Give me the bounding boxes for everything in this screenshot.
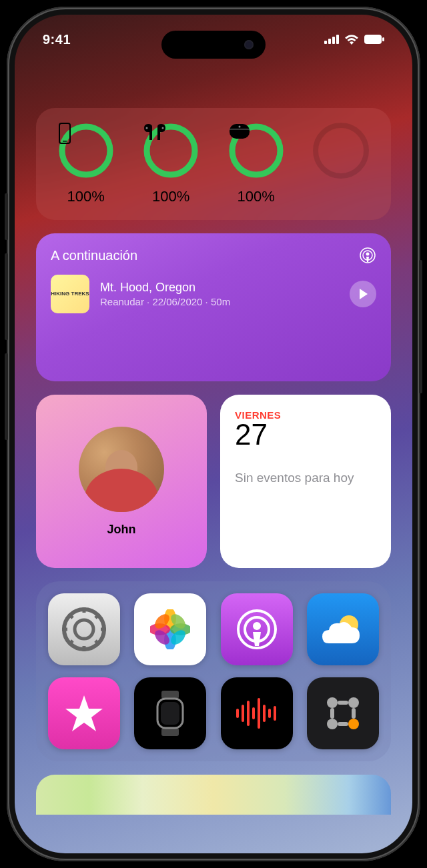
photos-flower-icon — [150, 609, 190, 649]
podcast-episode-title: Mt. Hood, Oregon — [100, 281, 339, 295]
voice-memos-app-icon[interactable] — [221, 677, 293, 749]
contact-widget[interactable]: John — [36, 395, 207, 568]
phone-icon — [58, 123, 71, 144]
volume-down-button[interactable] — [5, 353, 8, 440]
airpods-icon — [143, 123, 167, 141]
itunes-store-app-icon[interactable] — [48, 677, 120, 749]
waveform-icon — [234, 697, 280, 730]
play-button[interactable] — [350, 281, 376, 307]
svg-rect-8 — [63, 141, 67, 142]
svg-rect-60 — [352, 708, 356, 719]
phone-frame: 9:41 100% — [7, 7, 420, 861]
calendar-events: Sin eventos para hoy — [235, 470, 376, 487]
svg-rect-5 — [382, 37, 384, 41]
airpods-case-icon — [228, 123, 251, 140]
maps-widget[interactable] — [36, 775, 391, 815]
svg-rect-58 — [338, 722, 348, 726]
svg-point-56 — [348, 719, 359, 729]
battery-pct-airpods: 100% — [152, 188, 189, 205]
phone-screen: 9:41 100% — [15, 15, 412, 853]
battery-item-phone: 100% — [48, 123, 124, 205]
svg-point-54 — [348, 697, 359, 708]
battery-item-case: 100% — [218, 123, 294, 205]
cellular-icon — [324, 35, 339, 44]
watch-app-icon[interactable] — [134, 677, 206, 749]
podcasts-app-icon — [359, 247, 376, 264]
svg-rect-4 — [364, 35, 382, 44]
front-camera-icon — [244, 40, 254, 49]
svg-rect-2 — [332, 37, 335, 44]
svg-point-18 — [366, 253, 370, 256]
calculator-app-icon[interactable] — [307, 677, 379, 749]
podcasts-icon — [235, 607, 279, 651]
app-folder[interactable] — [36, 581, 391, 761]
batteries-widget[interactable]: 100% 100% 100% — [36, 108, 391, 220]
weather-app-icon[interactable] — [307, 593, 379, 665]
wifi-icon — [344, 34, 359, 45]
settings-app-icon[interactable] — [48, 593, 120, 665]
mute-switch[interactable] — [5, 193, 8, 240]
battery-icon — [364, 35, 384, 44]
svg-rect-41 — [161, 691, 179, 699]
status-icons — [324, 34, 384, 45]
svg-point-15 — [238, 126, 240, 128]
photos-app-icon[interactable] — [134, 593, 206, 665]
battery-item-empty — [304, 123, 380, 205]
svg-rect-14 — [230, 129, 250, 130]
weather-icon — [320, 611, 366, 647]
svg-point-55 — [327, 719, 338, 729]
svg-rect-7 — [59, 123, 70, 143]
calendar-widget[interactable]: VIERNES 27 Sin eventos para hoy — [220, 395, 391, 568]
calculator-icon — [323, 693, 363, 733]
podcast-episode-meta: Reanudar · 22/06/2020 · 50m — [100, 296, 339, 307]
status-time: 9:41 — [43, 32, 71, 47]
svg-point-39 — [253, 622, 261, 630]
play-icon — [358, 289, 368, 299]
podcast-artwork: HIKING TREKS — [51, 275, 89, 313]
svg-point-11 — [162, 127, 164, 129]
watch-icon — [153, 689, 187, 737]
battery-item-airpods: 100% — [133, 123, 209, 205]
svg-point-20 — [75, 620, 93, 639]
contact-avatar — [79, 427, 164, 512]
contact-name: John — [107, 523, 136, 537]
svg-point-53 — [327, 697, 338, 708]
svg-rect-44 — [161, 702, 179, 725]
dynamic-island[interactable] — [161, 31, 266, 59]
svg-rect-1 — [328, 39, 331, 44]
svg-rect-42 — [161, 728, 179, 736]
podcast-widget-header: A continuación — [51, 248, 137, 263]
svg-rect-57 — [338, 701, 348, 705]
volume-up-button[interactable] — [5, 253, 8, 340]
podcasts-widget[interactable]: A continuación HIKING TREKS Mt. Hood, Or… — [36, 233, 391, 381]
podcasts-app-launcher-icon[interactable] — [221, 593, 293, 665]
battery-pct-phone: 100% — [67, 188, 105, 205]
gear-icon — [61, 606, 107, 653]
power-button[interactable] — [419, 260, 422, 393]
svg-rect-0 — [324, 41, 327, 44]
star-icon — [64, 694, 104, 733]
battery-pct-case: 100% — [238, 188, 275, 205]
calendar-date: 27 — [235, 418, 376, 451]
home-screen-content: 100% 100% 100% — [36, 108, 391, 853]
svg-rect-59 — [330, 708, 334, 719]
svg-rect-3 — [336, 35, 339, 44]
svg-point-10 — [146, 127, 148, 129]
